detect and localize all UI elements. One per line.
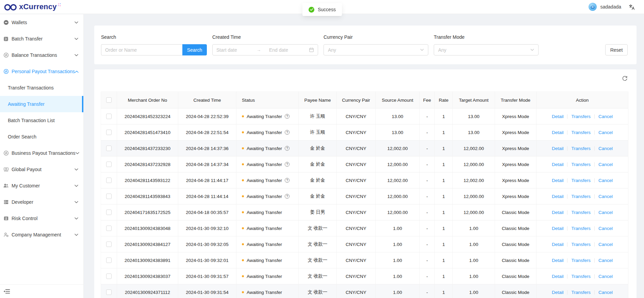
created-time: 2024-01-30 09:32:10 bbox=[178, 220, 236, 236]
detail-link[interactable]: Detail bbox=[552, 258, 564, 263]
row-checkbox[interactable] bbox=[106, 146, 112, 151]
merchant-order-no: 202404171635172525 bbox=[117, 204, 178, 220]
sidebar-item-developer[interactable]: Developer bbox=[0, 194, 83, 210]
row-checkbox[interactable] bbox=[106, 130, 112, 135]
cancel-link[interactable]: Cancel bbox=[598, 258, 613, 263]
transfers-link[interactable]: Transfers bbox=[571, 114, 591, 119]
cancel-link[interactable]: Cancel bbox=[598, 146, 613, 151]
sidebar-subitem-order-search[interactable]: Order Search bbox=[0, 129, 83, 145]
row-checkbox[interactable] bbox=[106, 162, 112, 167]
end-date-placeholder[interactable]: End date bbox=[269, 47, 309, 53]
transfers-link[interactable]: Transfers bbox=[571, 130, 591, 135]
transfers-link[interactable]: Transfers bbox=[571, 258, 591, 263]
transfers-link[interactable]: Transfers bbox=[571, 226, 591, 231]
sidebar-subitem-awaiting-transfer[interactable]: Awaiting Transfer bbox=[0, 96, 83, 112]
transfers-link[interactable]: Transfers bbox=[571, 194, 591, 199]
action-divider bbox=[594, 130, 595, 135]
question-circle-icon[interactable]: ? bbox=[285, 130, 290, 135]
source-amount: 13.00 bbox=[376, 109, 420, 125]
transfer-mode-select[interactable]: Any bbox=[434, 44, 539, 55]
question-circle-icon[interactable]: ? bbox=[285, 162, 290, 167]
cancel-link[interactable]: Cancel bbox=[598, 274, 613, 279]
user-avatar[interactable] bbox=[589, 3, 597, 11]
cancel-link[interactable]: Cancel bbox=[598, 194, 613, 199]
transfers-link[interactable]: Transfers bbox=[571, 162, 591, 167]
detail-link[interactable]: Detail bbox=[552, 114, 564, 119]
table-row: 2024042811435931222024-04-28 11:44:17Awa… bbox=[101, 172, 628, 188]
transfers-link[interactable]: Transfers bbox=[571, 242, 591, 247]
row-checkbox[interactable] bbox=[106, 178, 112, 183]
detail-link[interactable]: Detail bbox=[552, 290, 564, 295]
question-circle-icon[interactable]: ? bbox=[285, 146, 290, 151]
sidebar-item-batch-transfer[interactable]: Batch Transfer bbox=[0, 31, 83, 47]
cancel-link[interactable]: Cancel bbox=[598, 114, 613, 119]
row-checkbox[interactable] bbox=[106, 258, 112, 263]
cancel-link[interactable]: Cancel bbox=[598, 210, 613, 215]
sidebar-subitem-transfer-transactions[interactable]: Transfer Transactions bbox=[0, 80, 83, 96]
start-date-placeholder[interactable]: Start date bbox=[216, 47, 257, 53]
transfers-link[interactable]: Transfers bbox=[571, 210, 591, 215]
question-circle-icon[interactable]: ? bbox=[285, 178, 290, 183]
status-dot-icon bbox=[242, 291, 244, 293]
transfers-link[interactable]: Transfers bbox=[571, 290, 591, 295]
menu-fold-icon[interactable] bbox=[3, 288, 10, 294]
sidebar-item-wallets[interactable]: Wallets bbox=[0, 14, 83, 31]
sidebar-item-balance-transactions[interactable]: Balance Transactions bbox=[0, 47, 83, 63]
transfers-link[interactable]: Transfers bbox=[571, 178, 591, 183]
sidebar-subitem-batch-transaction-list[interactable]: Batch Transaction List bbox=[0, 112, 83, 129]
refresh-icon[interactable] bbox=[622, 76, 628, 82]
question-circle-icon[interactable]: ? bbox=[285, 114, 290, 119]
transfers-link[interactable]: Transfers bbox=[571, 274, 591, 279]
detail-link[interactable]: Detail bbox=[552, 210, 564, 215]
translate-icon[interactable] bbox=[629, 4, 635, 10]
action-cell: DetailTransfersCancel bbox=[536, 172, 628, 188]
sidebar-item-company-management[interactable]: Company Management bbox=[0, 227, 83, 243]
cancel-link[interactable]: Cancel bbox=[598, 290, 613, 295]
sidebar-item-global-payout[interactable]: Global Payout bbox=[0, 161, 83, 178]
cancel-link[interactable]: Cancel bbox=[598, 242, 613, 247]
search-button[interactable]: Search bbox=[182, 44, 207, 55]
source-amount: 13.00 bbox=[376, 125, 420, 140]
row-checkbox[interactable] bbox=[106, 289, 112, 295]
fee: - bbox=[420, 204, 435, 220]
detail-link[interactable]: Detail bbox=[552, 274, 564, 279]
question-circle-icon[interactable]: ? bbox=[285, 194, 290, 199]
detail-link[interactable]: Detail bbox=[552, 242, 564, 247]
cancel-link[interactable]: Cancel bbox=[598, 130, 613, 135]
rate: 1 bbox=[435, 252, 453, 268]
detail-link[interactable]: Detail bbox=[552, 194, 564, 199]
payee-name: 文 收款一 bbox=[299, 252, 337, 268]
created-time: 2024-04-28 22:51:54 bbox=[178, 125, 236, 140]
sidebar-item-personal-payout-transactions[interactable]: Personal Payout Transactions bbox=[0, 63, 83, 80]
cancel-link[interactable]: Cancel bbox=[598, 162, 613, 167]
select-all-checkbox[interactable] bbox=[106, 97, 112, 103]
transfers-link[interactable]: Transfers bbox=[571, 146, 591, 151]
detail-link[interactable]: Detail bbox=[552, 146, 564, 151]
row-checkbox[interactable] bbox=[106, 194, 112, 199]
detail-link[interactable]: Detail bbox=[552, 162, 564, 167]
detail-link[interactable]: Detail bbox=[552, 226, 564, 231]
date-range-picker[interactable]: Start date → End date bbox=[212, 44, 318, 55]
username[interactable]: sadadada bbox=[600, 4, 621, 10]
row-checkbox[interactable] bbox=[106, 274, 112, 279]
row-checkbox[interactable] bbox=[106, 114, 112, 119]
sidebar-menu: WalletsBatch TransferBalance Transaction… bbox=[0, 14, 83, 284]
reset-button[interactable]: Reset bbox=[605, 44, 628, 55]
detail-link[interactable]: Detail bbox=[552, 178, 564, 183]
table-row: 2024042811435938432024-04-28 11:44:14Awa… bbox=[101, 188, 628, 204]
row-checkbox[interactable] bbox=[106, 242, 112, 247]
search-input[interactable] bbox=[101, 44, 182, 55]
sidebar-item-label: Company Management bbox=[12, 232, 75, 237]
currency-pair: CNY/CNY bbox=[337, 156, 376, 172]
cancel-link[interactable]: Cancel bbox=[598, 178, 613, 183]
sidebar-item-risk-control[interactable]: Risk Control bbox=[0, 210, 83, 227]
detail-link[interactable]: Detail bbox=[552, 130, 564, 135]
currency-pair-select[interactable]: Any bbox=[324, 44, 428, 55]
sidebar-item-business-payout-transactions[interactable]: Business Payout Transactions bbox=[0, 145, 83, 161]
cancel-link[interactable]: Cancel bbox=[598, 226, 613, 231]
row-checkbox[interactable] bbox=[106, 226, 112, 231]
sidebar-item-label: Batch Transfer bbox=[12, 36, 75, 42]
sidebar-item-my-customer[interactable]: My Customer bbox=[0, 178, 83, 194]
action-cell: DetailTransfersCancel bbox=[536, 236, 628, 252]
row-checkbox[interactable] bbox=[106, 210, 112, 215]
